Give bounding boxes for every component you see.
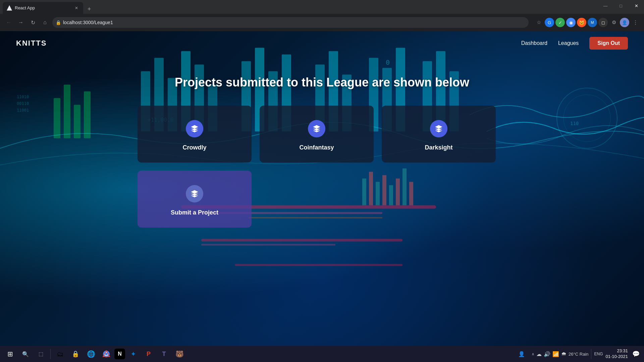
- systray: ∧ ☁ 🔊 📶 🌧 26°C Rain: [532, 351, 588, 357]
- refresh-button[interactable]: ↻: [28, 18, 38, 27]
- network-icon[interactable]: 📶: [552, 351, 559, 357]
- dashboard-link[interactable]: Dashboard: [521, 40, 547, 46]
- search-button[interactable]: 🔍: [18, 347, 33, 361]
- coinfantasy-label: Coinfantasy: [299, 144, 334, 151]
- people-icon[interactable]: 👤: [514, 347, 529, 361]
- systray-separator: [591, 349, 591, 359]
- submit-label: Submit a Project: [171, 209, 218, 216]
- user-avatar[interactable]: 👤: [620, 18, 629, 27]
- darksight-icon-circle: [430, 120, 447, 137]
- coinfantasy-icon-circle: [308, 120, 325, 137]
- clock-time: 23:31: [606, 348, 628, 354]
- browser-chrome: React App ✕ + — □ ✕ ← → ↻ ⌂ 🔒 localhost:…: [0, 0, 644, 31]
- forward-button[interactable]: →: [16, 18, 25, 27]
- start-button[interactable]: ⊞: [3, 347, 17, 361]
- security-button[interactable]: 🔒: [68, 347, 83, 361]
- expand-tray-icon[interactable]: ∧: [532, 352, 534, 356]
- window-controls: — □ ✕: [598, 0, 644, 14]
- tab-title: React App: [15, 5, 35, 10]
- notion-button[interactable]: N: [114, 349, 125, 359]
- tab-bar: React App ✕ + — □ ✕: [0, 0, 644, 14]
- profile-icon[interactable]: G: [545, 18, 554, 27]
- main-content: Projects submitted to this League are sh…: [0, 55, 644, 346]
- cards-grid: Crowdly Coinfantasy Darksight: [138, 106, 506, 228]
- speaker-icon[interactable]: 🔊: [544, 351, 550, 357]
- darksight-label: Darksight: [425, 144, 452, 151]
- extension2-icon[interactable]: ◉: [566, 18, 576, 27]
- leagues-link[interactable]: Leagues: [558, 40, 579, 46]
- sign-out-button[interactable]: Sign Out: [589, 37, 628, 50]
- language-indicator: ENG: [594, 352, 603, 356]
- crowdly-icon-circle: [186, 120, 203, 137]
- teams-button[interactable]: T: [157, 347, 171, 361]
- submit-icon-circle: [186, 185, 203, 202]
- crowdly-label: Crowdly: [182, 144, 206, 151]
- taskbar: ⊞ 🔍 ⬚ 🗂 🔒 🌐 N ✦ P T 🐻 👤 ∧ ☁ 🔊 📶 🌧: [0, 346, 644, 362]
- app-content: +11,00.0 0 110 11010 00110 11001 KNITTS …: [0, 31, 644, 346]
- darksight-card[interactable]: Darksight: [382, 106, 496, 163]
- minimize-button[interactable]: —: [598, 0, 613, 12]
- nav-links: Dashboard Leagues Sign Out: [521, 37, 628, 50]
- task-view-button[interactable]: ⬚: [34, 347, 48, 361]
- dbeaver-button[interactable]: 🐻: [172, 347, 187, 361]
- active-tab[interactable]: React App ✕: [3, 2, 83, 14]
- address-wrapper: 🔒 localhost:3000/League1: [52, 17, 529, 28]
- vscode-button[interactable]: ✦: [126, 347, 141, 361]
- cloud-icon: ☁: [536, 351, 542, 357]
- tab-close-button[interactable]: ✕: [74, 5, 79, 11]
- notification-button[interactable]: 💬: [631, 349, 641, 359]
- taskbar-right: 👤 ∧ ☁ 🔊 📶 🌧 26°C Rain ENG 23:31 01-10-20…: [514, 347, 641, 361]
- home-button[interactable]: ⌂: [40, 18, 50, 27]
- coinfantasy-card[interactable]: Coinfantasy: [260, 106, 374, 163]
- close-button[interactable]: ✕: [629, 0, 644, 12]
- submit-project-card[interactable]: Submit a Project: [138, 171, 252, 228]
- crowdly-icon: [190, 124, 199, 133]
- taskbar-left: ⊞ 🔍 ⬚ 🗂 🔒 🌐 N ✦ P T 🐻: [3, 347, 187, 361]
- taskbar-clock[interactable]: 23:31 01-10-2021: [606, 348, 628, 360]
- logo: KNITTS: [16, 39, 47, 48]
- back-button[interactable]: ←: [4, 18, 13, 27]
- submit-icon: [190, 189, 199, 198]
- extension1-icon[interactable]: ✓: [555, 18, 565, 27]
- new-tab-button[interactable]: +: [85, 4, 94, 14]
- navbar: KNITTS Dashboard Leagues Sign Out: [0, 31, 644, 55]
- extension5-icon[interactable]: ◻: [598, 18, 608, 27]
- file-explorer-button[interactable]: 🗂: [53, 347, 67, 361]
- svg-point-47: [105, 353, 108, 355]
- darksight-icon: [434, 124, 443, 133]
- address-bar: ← → ↻ ⌂ 🔒 localhost:3000/League1 ☆ G ✓ ◉…: [0, 14, 644, 31]
- powerpoint-button[interactable]: P: [141, 347, 156, 361]
- weather-text: 26°C Rain: [569, 352, 588, 357]
- coinfantasy-icon: [312, 124, 321, 133]
- extension4-icon[interactable]: M: [588, 18, 597, 27]
- url-bar[interactable]: localhost:3000/League1: [52, 17, 529, 28]
- chrome-button[interactable]: [99, 347, 114, 361]
- bookmark-icon[interactable]: ☆: [534, 18, 543, 27]
- lock-icon: 🔒: [56, 20, 61, 25]
- clock-date: 01-10-2021: [606, 354, 628, 360]
- weather-icon: 🌧: [561, 351, 567, 357]
- tab-favicon: [7, 5, 12, 11]
- maximize-button[interactable]: □: [613, 0, 629, 12]
- page-title: Projects submitted to this League are sh…: [175, 75, 469, 89]
- settings-icon[interactable]: ⚙: [609, 18, 619, 27]
- crowdly-card[interactable]: Crowdly: [138, 106, 252, 163]
- edge-button[interactable]: 🌐: [84, 347, 98, 361]
- chrome-icon: [103, 350, 110, 358]
- browser-actions: ☆ G ✓ ◉ 🐱 M ◻ ⚙ 👤 ⋮: [534, 18, 640, 27]
- taskbar-separator-1: [50, 349, 51, 359]
- extension3-icon[interactable]: 🐱: [577, 18, 586, 27]
- menu-icon[interactable]: ⋮: [631, 18, 640, 27]
